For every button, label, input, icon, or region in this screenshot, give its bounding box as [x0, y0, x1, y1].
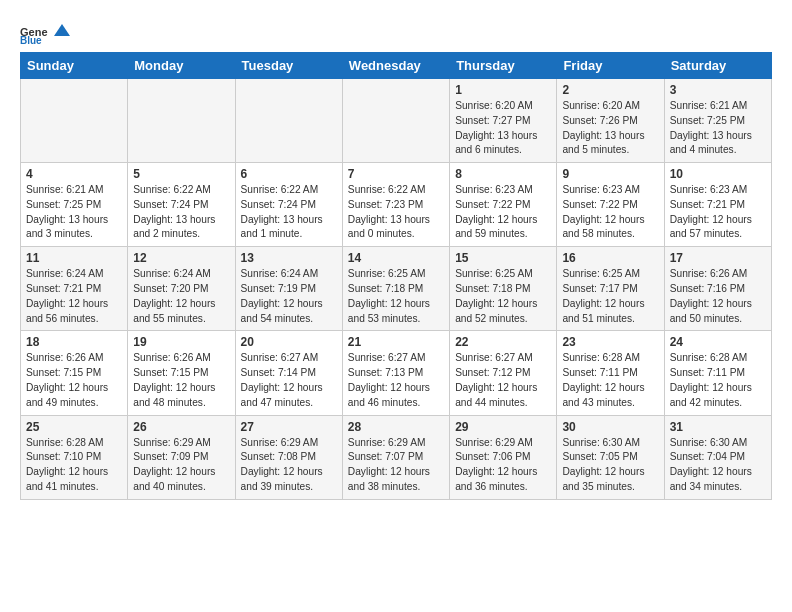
day-number: 20 — [241, 335, 337, 349]
day-number: 7 — [348, 167, 444, 181]
day-number: 18 — [26, 335, 122, 349]
day-info: Sunrise: 6:21 AM Sunset: 7:25 PM Dayligh… — [26, 184, 108, 239]
day-info: Sunrise: 6:20 AM Sunset: 7:27 PM Dayligh… — [455, 100, 537, 155]
day-number: 30 — [562, 420, 658, 434]
day-number: 2 — [562, 83, 658, 97]
calendar-header-monday: Monday — [128, 53, 235, 79]
calendar-cell: 11Sunrise: 6:24 AM Sunset: 7:21 PM Dayli… — [21, 247, 128, 331]
day-info: Sunrise: 6:22 AM Sunset: 7:24 PM Dayligh… — [133, 184, 215, 239]
calendar-header-friday: Friday — [557, 53, 664, 79]
day-number: 25 — [26, 420, 122, 434]
calendar-week-row: 18Sunrise: 6:26 AM Sunset: 7:15 PM Dayli… — [21, 331, 772, 415]
day-number: 16 — [562, 251, 658, 265]
calendar-cell — [342, 79, 449, 163]
calendar-cell — [235, 79, 342, 163]
day-number: 28 — [348, 420, 444, 434]
day-number: 6 — [241, 167, 337, 181]
day-info: Sunrise: 6:27 AM Sunset: 7:14 PM Dayligh… — [241, 352, 323, 407]
day-number: 13 — [241, 251, 337, 265]
day-info: Sunrise: 6:27 AM Sunset: 7:13 PM Dayligh… — [348, 352, 430, 407]
calendar-cell: 14Sunrise: 6:25 AM Sunset: 7:18 PM Dayli… — [342, 247, 449, 331]
day-number: 5 — [133, 167, 229, 181]
day-number: 17 — [670, 251, 766, 265]
calendar-cell: 15Sunrise: 6:25 AM Sunset: 7:18 PM Dayli… — [450, 247, 557, 331]
calendar-cell: 7Sunrise: 6:22 AM Sunset: 7:23 PM Daylig… — [342, 163, 449, 247]
calendar-cell: 10Sunrise: 6:23 AM Sunset: 7:21 PM Dayli… — [664, 163, 771, 247]
calendar-cell: 18Sunrise: 6:26 AM Sunset: 7:15 PM Dayli… — [21, 331, 128, 415]
day-info: Sunrise: 6:24 AM Sunset: 7:21 PM Dayligh… — [26, 268, 108, 323]
calendar-cell: 27Sunrise: 6:29 AM Sunset: 7:08 PM Dayli… — [235, 415, 342, 499]
day-number: 22 — [455, 335, 551, 349]
calendar-cell: 29Sunrise: 6:29 AM Sunset: 7:06 PM Dayli… — [450, 415, 557, 499]
calendar-cell: 6Sunrise: 6:22 AM Sunset: 7:24 PM Daylig… — [235, 163, 342, 247]
day-number: 11 — [26, 251, 122, 265]
calendar-cell: 22Sunrise: 6:27 AM Sunset: 7:12 PM Dayli… — [450, 331, 557, 415]
calendar-week-row: 25Sunrise: 6:28 AM Sunset: 7:10 PM Dayli… — [21, 415, 772, 499]
calendar-header-wednesday: Wednesday — [342, 53, 449, 79]
logo-triangle-icon — [54, 22, 70, 38]
day-info: Sunrise: 6:24 AM Sunset: 7:20 PM Dayligh… — [133, 268, 215, 323]
day-info: Sunrise: 6:21 AM Sunset: 7:25 PM Dayligh… — [670, 100, 752, 155]
calendar-cell: 30Sunrise: 6:30 AM Sunset: 7:05 PM Dayli… — [557, 415, 664, 499]
day-info: Sunrise: 6:25 AM Sunset: 7:18 PM Dayligh… — [348, 268, 430, 323]
day-info: Sunrise: 6:29 AM Sunset: 7:09 PM Dayligh… — [133, 437, 215, 492]
day-info: Sunrise: 6:23 AM Sunset: 7:22 PM Dayligh… — [562, 184, 644, 239]
day-info: Sunrise: 6:23 AM Sunset: 7:22 PM Dayligh… — [455, 184, 537, 239]
day-number: 29 — [455, 420, 551, 434]
day-number: 9 — [562, 167, 658, 181]
day-number: 3 — [670, 83, 766, 97]
calendar-week-row: 11Sunrise: 6:24 AM Sunset: 7:21 PM Dayli… — [21, 247, 772, 331]
day-number: 19 — [133, 335, 229, 349]
day-info: Sunrise: 6:24 AM Sunset: 7:19 PM Dayligh… — [241, 268, 323, 323]
day-info: Sunrise: 6:29 AM Sunset: 7:07 PM Dayligh… — [348, 437, 430, 492]
calendar-cell: 9Sunrise: 6:23 AM Sunset: 7:22 PM Daylig… — [557, 163, 664, 247]
day-number: 12 — [133, 251, 229, 265]
page: General Blue SundayMondayTuesdayWednesda… — [0, 0, 792, 516]
day-info: Sunrise: 6:30 AM Sunset: 7:04 PM Dayligh… — [670, 437, 752, 492]
day-info: Sunrise: 6:29 AM Sunset: 7:06 PM Dayligh… — [455, 437, 537, 492]
day-info: Sunrise: 6:29 AM Sunset: 7:08 PM Dayligh… — [241, 437, 323, 492]
day-number: 4 — [26, 167, 122, 181]
calendar-cell — [21, 79, 128, 163]
svg-text:Blue: Blue — [20, 35, 42, 44]
calendar-cell: 12Sunrise: 6:24 AM Sunset: 7:20 PM Dayli… — [128, 247, 235, 331]
calendar-header-row: SundayMondayTuesdayWednesdayThursdayFrid… — [21, 53, 772, 79]
day-number: 21 — [348, 335, 444, 349]
day-info: Sunrise: 6:30 AM Sunset: 7:05 PM Dayligh… — [562, 437, 644, 492]
calendar-cell: 28Sunrise: 6:29 AM Sunset: 7:07 PM Dayli… — [342, 415, 449, 499]
day-number: 10 — [670, 167, 766, 181]
day-number: 8 — [455, 167, 551, 181]
calendar-header-saturday: Saturday — [664, 53, 771, 79]
day-info: Sunrise: 6:26 AM Sunset: 7:16 PM Dayligh… — [670, 268, 752, 323]
day-number: 26 — [133, 420, 229, 434]
calendar-cell: 21Sunrise: 6:27 AM Sunset: 7:13 PM Dayli… — [342, 331, 449, 415]
calendar-cell — [128, 79, 235, 163]
calendar-cell: 8Sunrise: 6:23 AM Sunset: 7:22 PM Daylig… — [450, 163, 557, 247]
day-number: 27 — [241, 420, 337, 434]
calendar-header-thursday: Thursday — [450, 53, 557, 79]
day-info: Sunrise: 6:26 AM Sunset: 7:15 PM Dayligh… — [26, 352, 108, 407]
day-number: 14 — [348, 251, 444, 265]
calendar-header-sunday: Sunday — [21, 53, 128, 79]
calendar-cell: 24Sunrise: 6:28 AM Sunset: 7:11 PM Dayli… — [664, 331, 771, 415]
day-info: Sunrise: 6:28 AM Sunset: 7:11 PM Dayligh… — [562, 352, 644, 407]
calendar-cell: 4Sunrise: 6:21 AM Sunset: 7:25 PM Daylig… — [21, 163, 128, 247]
day-number: 23 — [562, 335, 658, 349]
calendar-cell: 5Sunrise: 6:22 AM Sunset: 7:24 PM Daylig… — [128, 163, 235, 247]
day-info: Sunrise: 6:22 AM Sunset: 7:23 PM Dayligh… — [348, 184, 430, 239]
calendar-cell: 20Sunrise: 6:27 AM Sunset: 7:14 PM Dayli… — [235, 331, 342, 415]
day-info: Sunrise: 6:28 AM Sunset: 7:10 PM Dayligh… — [26, 437, 108, 492]
calendar-cell: 26Sunrise: 6:29 AM Sunset: 7:09 PM Dayli… — [128, 415, 235, 499]
day-info: Sunrise: 6:28 AM Sunset: 7:11 PM Dayligh… — [670, 352, 752, 407]
calendar-cell: 19Sunrise: 6:26 AM Sunset: 7:15 PM Dayli… — [128, 331, 235, 415]
day-info: Sunrise: 6:27 AM Sunset: 7:12 PM Dayligh… — [455, 352, 537, 407]
day-number: 24 — [670, 335, 766, 349]
day-number: 1 — [455, 83, 551, 97]
logo: General Blue — [20, 16, 70, 44]
day-info: Sunrise: 6:26 AM Sunset: 7:15 PM Dayligh… — [133, 352, 215, 407]
calendar-header-tuesday: Tuesday — [235, 53, 342, 79]
day-info: Sunrise: 6:23 AM Sunset: 7:21 PM Dayligh… — [670, 184, 752, 239]
day-number: 15 — [455, 251, 551, 265]
day-info: Sunrise: 6:25 AM Sunset: 7:17 PM Dayligh… — [562, 268, 644, 323]
calendar-cell: 23Sunrise: 6:28 AM Sunset: 7:11 PM Dayli… — [557, 331, 664, 415]
